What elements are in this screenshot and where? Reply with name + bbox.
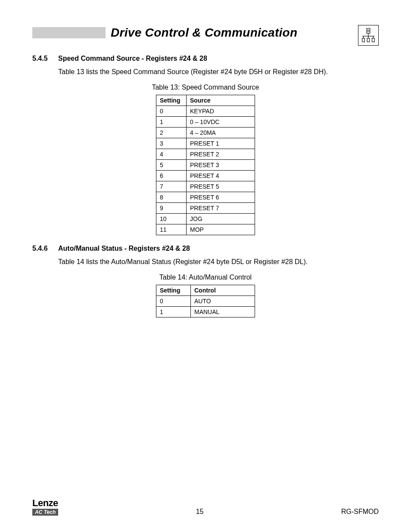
table-cell: 7 — [156, 181, 187, 192]
svg-rect-11 — [372, 38, 375, 42]
table-row: 1MANUAL — [156, 306, 255, 317]
logo-actech-text: AC Tech — [32, 509, 58, 516]
table-row: 0KEYPAD — [156, 106, 255, 116]
table-row: 0AUTO — [156, 296, 255, 306]
page-footer: Lenze AC Tech 15 RG-SFMOD — [32, 498, 379, 516]
table-row: 8PRESET 6 — [156, 192, 255, 202]
table-cell: PRESET 3 — [187, 159, 255, 170]
table-cell: 3 — [156, 138, 187, 149]
svg-rect-9 — [362, 38, 365, 42]
table-header: Setting — [156, 285, 191, 296]
table-row: 11MOP — [156, 224, 255, 235]
table-cell: 8 — [156, 192, 187, 202]
section-title: Speed Command Source - Registers #24 & 2… — [58, 55, 207, 62]
header-gray-bar — [32, 27, 106, 38]
table-cell: 6 — [156, 170, 187, 181]
table-row: 10 – 10VDC — [156, 116, 255, 127]
table13-caption: Table 13: Speed Command Source — [32, 84, 379, 91]
table-cell: 0 — [156, 296, 191, 306]
table13: Setting Source 0KEYPAD10 – 10VDC24 – 20M… — [156, 95, 255, 235]
table-cell: 11 — [156, 224, 187, 235]
section-546-body: Table 14 lists the Auto/Manual Status (R… — [58, 258, 379, 267]
table-cell: PRESET 6 — [187, 192, 255, 202]
table-cell: PRESET 5 — [187, 181, 255, 192]
svg-rect-10 — [367, 38, 370, 42]
table14: Setting Control 0AUTO1MANUAL — [156, 285, 255, 317]
section-number: 5.4.5 — [32, 55, 58, 62]
table-row: 10JOG — [156, 213, 255, 224]
table-header: Setting — [156, 95, 187, 106]
table-cell: 10 — [156, 213, 187, 224]
table-row: Setting Source — [156, 95, 255, 106]
table-cell: AUTO — [191, 296, 255, 306]
table-row: 5PRESET 3 — [156, 159, 255, 170]
table-row: 9PRESET 7 — [156, 202, 255, 213]
table-row: Setting Control — [156, 285, 255, 296]
page-number: 15 — [196, 508, 204, 516]
table-header: Control — [191, 285, 255, 296]
doc-code: RG-SFMOD — [341, 508, 379, 516]
page-title: Drive Control & Communication — [106, 26, 297, 40]
table-row: 3PRESET 1 — [156, 138, 255, 149]
section-545-body: Table 13 lists the Speed Command Source … — [58, 68, 379, 77]
table-row: 7PRESET 5 — [156, 181, 255, 192]
table-cell: 1 — [156, 306, 191, 317]
table-cell: 9 — [156, 202, 187, 213]
table-cell: 4 — [156, 149, 187, 159]
table-cell: 0 — [156, 106, 187, 116]
table-cell: 4 – 20MA — [187, 127, 255, 138]
bus-network-icon — [358, 25, 379, 46]
table-row: 6PRESET 4 — [156, 170, 255, 181]
table-cell: 1 — [156, 116, 187, 127]
table-cell: PRESET 7 — [187, 202, 255, 213]
section-title: Auto/Manual Status - Registers #24 & 28 — [58, 245, 190, 252]
table-cell: 2 — [156, 127, 187, 138]
logo-lenze-text: Lenze — [32, 498, 58, 508]
page-header: Drive Control & Communication — [32, 26, 379, 40]
table-header: Source — [187, 95, 255, 106]
table-cell: JOG — [187, 213, 255, 224]
table-row: 4PRESET 2 — [156, 149, 255, 159]
section-number: 5.4.6 — [32, 245, 58, 252]
table-cell: 0 – 10VDC — [187, 116, 255, 127]
table-cell: PRESET 2 — [187, 149, 255, 159]
table-cell: 5 — [156, 159, 187, 170]
table-cell: KEYPAD — [187, 106, 255, 116]
table-cell: MOP — [187, 224, 255, 235]
table-cell: PRESET 4 — [187, 170, 255, 181]
section-546-heading: 5.4.6 Auto/Manual Status - Registers #24… — [32, 245, 379, 252]
table-cell: PRESET 1 — [187, 138, 255, 149]
footer-logo: Lenze AC Tech — [32, 498, 58, 516]
section-545-heading: 5.4.5 Speed Command Source - Registers #… — [32, 55, 379, 62]
table-cell: MANUAL — [191, 306, 255, 317]
table-row: 24 – 20MA — [156, 127, 255, 138]
table14-caption: Table 14: Auto/Manual Control — [32, 274, 379, 281]
